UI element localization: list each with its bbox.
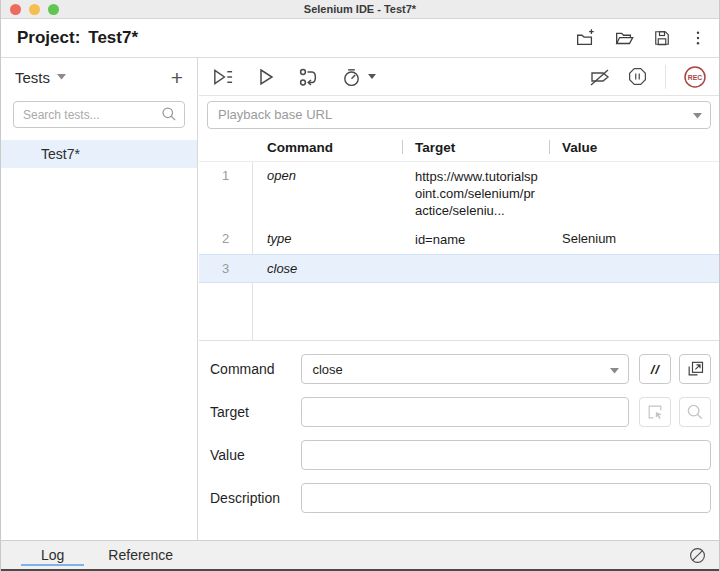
column-value: Value xyxy=(549,140,719,155)
add-test-button[interactable]: + xyxy=(171,67,183,88)
url-caret-icon[interactable] xyxy=(693,113,702,119)
run-current-test-button[interactable] xyxy=(256,66,276,88)
project-actions xyxy=(574,19,707,57)
row-number: 3 xyxy=(199,255,252,282)
row-number: 1 xyxy=(199,162,252,225)
target-form-row: Target xyxy=(207,397,711,427)
column-target: Target xyxy=(402,140,549,155)
target-cell: id=name xyxy=(402,225,549,254)
value-cell: Selenium xyxy=(549,225,719,254)
value-form-row: Value xyxy=(207,440,711,470)
clear-log-icon xyxy=(688,546,707,565)
select-target-button[interactable] xyxy=(639,397,671,427)
description-form-row: Description xyxy=(207,483,711,513)
titlebar: Selenium IDE - Test7* xyxy=(1,0,719,19)
disable-breakpoints-button[interactable] xyxy=(588,66,612,88)
chevron-down-icon xyxy=(57,74,66,80)
svg-text:REC: REC xyxy=(688,73,702,80)
new-project-icon xyxy=(574,27,596,49)
value-cell xyxy=(549,255,719,282)
command-row-1[interactable]: 1 open https://www.tutorialspoint.com/se… xyxy=(199,162,719,225)
tests-sidebar: Tests + Test7* xyxy=(1,58,198,540)
record-button[interactable]: REC xyxy=(683,65,707,89)
command-cell: type xyxy=(252,225,402,254)
test-speed-control[interactable] xyxy=(341,66,376,88)
command-cell: open xyxy=(252,162,402,225)
value-field-label: Value xyxy=(207,447,301,463)
close-window-button[interactable] xyxy=(10,4,21,15)
open-project-icon xyxy=(613,27,635,49)
sidebar-header: Tests + xyxy=(1,58,197,96)
command-row-2[interactable]: 2 type id=name Selenium xyxy=(199,225,719,254)
column-command: Command xyxy=(252,140,402,155)
editor-panel: REC Command Target Value 1 open https://… xyxy=(199,58,719,540)
tests-dropdown[interactable]: Tests xyxy=(15,69,66,86)
command-row-3[interactable]: 3 close xyxy=(199,254,719,283)
run-all-tests-button[interactable] xyxy=(211,66,234,88)
step-over-button[interactable] xyxy=(298,66,319,88)
open-new-window-button[interactable] xyxy=(679,354,711,384)
tab-log[interactable]: Log xyxy=(19,541,86,569)
step-over-icon xyxy=(298,66,319,88)
search-icon xyxy=(160,105,178,123)
pause-on-exceptions-button[interactable] xyxy=(627,66,648,87)
value-input[interactable] xyxy=(301,440,711,470)
new-project-button[interactable] xyxy=(574,27,596,49)
row-number: 2 xyxy=(199,225,252,254)
page-title: Project:Test7* xyxy=(17,19,138,57)
project-header: Project:Test7* xyxy=(1,19,719,58)
window-controls xyxy=(10,4,59,15)
minimize-window-button[interactable] xyxy=(29,4,40,15)
window-title: Selenium IDE - Test7* xyxy=(1,0,719,18)
more-menu-button[interactable] xyxy=(689,29,707,47)
command-select-value: close xyxy=(312,362,342,377)
toggle-comment-button[interactable]: // xyxy=(639,354,671,384)
playback-toolbar: REC xyxy=(199,58,719,96)
target-cell xyxy=(402,255,549,282)
commands-table-header: Command Target Value xyxy=(199,133,719,162)
commands-table-body: 1 open https://www.tutorialspoint.com/se… xyxy=(199,162,719,340)
playback-url-row xyxy=(199,96,719,133)
description-input[interactable] xyxy=(301,483,711,513)
zoom-window-button[interactable] xyxy=(48,4,59,15)
disable-breakpoints-icon xyxy=(588,66,612,88)
test-speed-icon xyxy=(341,66,362,88)
playback-base-url-input[interactable] xyxy=(207,101,711,129)
run-all-tests-icon xyxy=(211,66,234,88)
tests-title: Tests xyxy=(15,69,50,86)
record-icon: REC xyxy=(683,65,707,89)
command-cell: close xyxy=(252,255,402,282)
save-project-button[interactable] xyxy=(652,28,672,48)
save-icon xyxy=(652,28,672,48)
test-list: Test7* xyxy=(1,140,197,168)
find-target-button[interactable] xyxy=(679,397,711,427)
pause-on-exceptions-icon xyxy=(627,66,648,87)
tab-reference[interactable]: Reference xyxy=(86,541,195,569)
select-caret-icon xyxy=(610,368,619,374)
target-cell: https://www.tutorialspoint.com/selenium/… xyxy=(402,162,549,225)
command-form-row: Command close // xyxy=(207,354,711,384)
test-list-item[interactable]: Test7* xyxy=(1,140,197,168)
playback-url-combobox xyxy=(207,101,711,129)
command-select[interactable]: close xyxy=(301,354,629,384)
project-label: Project: xyxy=(17,28,80,47)
toolbar-left xyxy=(211,66,376,88)
command-field-label: Command xyxy=(207,361,301,377)
clear-log-button[interactable] xyxy=(688,546,707,565)
find-target-icon xyxy=(685,402,705,422)
project-name: Test7* xyxy=(88,28,138,47)
open-window-icon xyxy=(685,359,705,379)
run-current-test-icon xyxy=(256,66,276,88)
toolbar-right: REC xyxy=(588,65,707,89)
value-cell xyxy=(549,162,719,225)
command-edit-form: Command close // Target Value xyxy=(199,341,719,526)
target-input[interactable] xyxy=(301,397,629,427)
open-project-button[interactable] xyxy=(613,27,635,49)
toolbar-separator xyxy=(665,65,666,89)
kebab-menu-icon xyxy=(689,29,707,47)
comment-toggle-icon: // xyxy=(651,362,660,377)
select-element-icon xyxy=(645,402,665,422)
description-field-label: Description xyxy=(207,490,301,506)
speed-caret-icon xyxy=(368,74,376,79)
selenium-ide-window: { "window": { "title": "Selenium IDE - T… xyxy=(0,0,720,571)
